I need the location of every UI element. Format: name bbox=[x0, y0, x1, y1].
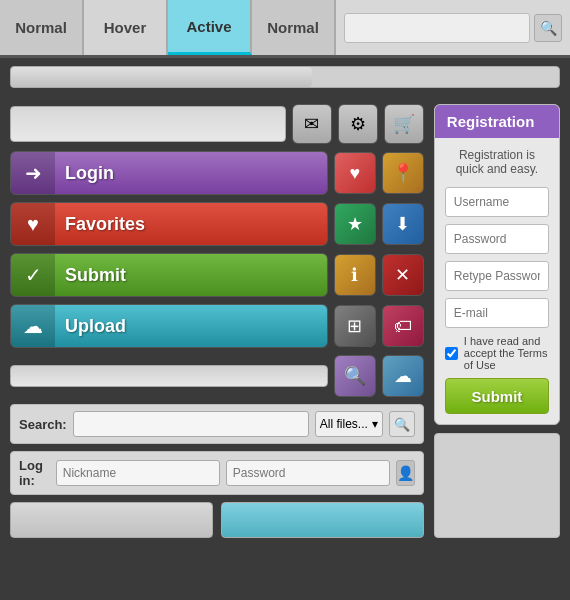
registration-box: Registration Registration is quick and e… bbox=[434, 104, 560, 425]
heart-button[interactable]: ♥ bbox=[334, 152, 376, 194]
search-label: Search: bbox=[19, 417, 67, 432]
search-dropdown[interactable]: All files... ▾ bbox=[315, 411, 383, 437]
registration-body: Registration is quick and easy. I have r… bbox=[435, 138, 559, 424]
magnify-button[interactable]: 🔍 bbox=[334, 355, 376, 397]
progress-fill bbox=[11, 67, 312, 87]
gear-icon: ⚙ bbox=[350, 113, 366, 135]
nickname-input[interactable] bbox=[56, 460, 220, 486]
upload-button[interactable]: ☁ Upload bbox=[10, 304, 328, 348]
close-icon: ✕ bbox=[395, 264, 410, 286]
slider[interactable] bbox=[10, 365, 328, 387]
cloud-download-button[interactable]: ☁ bbox=[382, 355, 424, 397]
mail-icon: ✉ bbox=[304, 113, 319, 135]
tag-button[interactable]: 🏷 bbox=[382, 305, 424, 347]
progress-section bbox=[0, 58, 570, 96]
pin-button[interactable]: 📍 bbox=[382, 152, 424, 194]
password-input[interactable] bbox=[226, 460, 390, 486]
login-button[interactable]: ➜ Login bbox=[10, 151, 328, 195]
search-go-icon: 🔍 bbox=[394, 417, 410, 432]
registration-tagline: Registration is quick and easy. bbox=[445, 148, 549, 176]
grid-icon: ⊞ bbox=[347, 315, 362, 337]
search-bar: Search: All files... ▾ 🔍 bbox=[10, 404, 424, 444]
search-field[interactable] bbox=[73, 411, 309, 437]
icon-row-top: ✉ ⚙ 🛒 bbox=[10, 104, 424, 144]
main-area: ✉ ⚙ 🛒 ➜ Login ♥ 📍 ♥ bbox=[0, 96, 570, 546]
tab-normal-2[interactable]: Normal bbox=[252, 0, 336, 55]
bottom-btn-gray[interactable] bbox=[10, 502, 213, 538]
login-row: ➜ Login ♥ 📍 bbox=[10, 151, 424, 195]
gear-button[interactable]: ⚙ bbox=[338, 104, 378, 144]
cart-icon: 🛒 bbox=[393, 113, 415, 135]
cloud-download-icon: ☁ bbox=[394, 365, 412, 387]
left-panel: ✉ ⚙ 🛒 ➜ Login ♥ 📍 ♥ bbox=[10, 104, 424, 538]
magnify-icon: 🔍 bbox=[344, 365, 366, 387]
login-arrow-icon: ➜ bbox=[11, 152, 55, 194]
reg-username-input[interactable] bbox=[445, 187, 549, 217]
grid-button[interactable]: ⊞ bbox=[334, 305, 376, 347]
chevron-down-icon: ▾ bbox=[372, 417, 378, 431]
info-button[interactable]: ℹ bbox=[334, 254, 376, 296]
upload-row: ☁ Upload ⊞ 🏷 bbox=[10, 304, 424, 348]
mail-button[interactable]: ✉ bbox=[292, 104, 332, 144]
registration-header: Registration bbox=[435, 105, 559, 138]
terms-checkbox[interactable] bbox=[445, 347, 458, 360]
tab-active[interactable]: Active bbox=[168, 0, 252, 55]
download-icon: ⬇ bbox=[395, 213, 410, 235]
submit-check-icon: ✓ bbox=[11, 254, 55, 296]
right-panel: Registration Registration is quick and e… bbox=[434, 104, 560, 538]
login-bar: Log in: 👤 bbox=[10, 451, 424, 495]
nav-search-area: 🔍 bbox=[336, 0, 570, 55]
download-button[interactable]: ⬇ bbox=[382, 203, 424, 245]
favorites-heart-icon: ♥ bbox=[11, 203, 55, 245]
slider-row: 🔍 ☁ bbox=[10, 355, 424, 397]
user-icon: 👤 bbox=[396, 460, 415, 486]
registration-submit-button[interactable]: Submit bbox=[445, 378, 549, 414]
submit-row: ✓ Submit ℹ ✕ bbox=[10, 253, 424, 297]
heart-icon: ♥ bbox=[349, 163, 360, 184]
wide-input[interactable] bbox=[10, 106, 286, 142]
reg-password-input[interactable] bbox=[445, 224, 549, 254]
bottom-buttons bbox=[10, 502, 424, 538]
login-bar-label: Log in: bbox=[19, 458, 50, 488]
nav-search-button[interactable]: 🔍 bbox=[534, 14, 562, 42]
close-button[interactable]: ✕ bbox=[382, 254, 424, 296]
submit-button[interactable]: ✓ Submit bbox=[10, 253, 328, 297]
star-icon: ★ bbox=[347, 213, 363, 235]
star-button[interactable]: ★ bbox=[334, 203, 376, 245]
upload-cloud-icon: ☁ bbox=[11, 305, 55, 347]
terms-row: I have read and accept the Terms of Use bbox=[445, 335, 549, 371]
right-bottom-panel bbox=[434, 433, 560, 538]
cart-button[interactable]: 🛒 bbox=[384, 104, 424, 144]
info-icon: ℹ bbox=[351, 264, 358, 286]
pin-icon: 📍 bbox=[392, 162, 414, 184]
tab-hover[interactable]: Hover bbox=[84, 0, 168, 55]
search-go-button[interactable]: 🔍 bbox=[389, 411, 415, 437]
reg-retype-input[interactable] bbox=[445, 261, 549, 291]
tab-normal-1[interactable]: Normal bbox=[0, 0, 84, 55]
nav-search-input[interactable] bbox=[344, 13, 530, 43]
search-icon: 🔍 bbox=[540, 20, 557, 36]
reg-email-input[interactable] bbox=[445, 298, 549, 328]
progress-track bbox=[10, 66, 560, 88]
bottom-btn-teal[interactable] bbox=[221, 502, 424, 538]
tag-icon: 🏷 bbox=[394, 316, 412, 337]
terms-label: I have read and accept the Terms of Use bbox=[464, 335, 549, 371]
favorites-row: ♥ Favorites ★ ⬇ bbox=[10, 202, 424, 246]
top-navigation: Normal Hover Active Normal 🔍 bbox=[0, 0, 570, 58]
favorites-button[interactable]: ♥ Favorites bbox=[10, 202, 328, 246]
